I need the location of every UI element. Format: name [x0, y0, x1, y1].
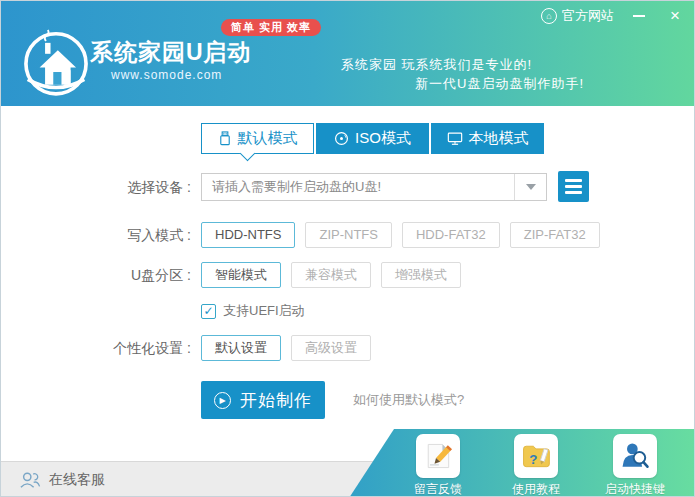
slogan-line1: 系统家园 玩系统我们是专业的!: [341, 56, 532, 74]
app-logo-house-icon: [15, 22, 97, 102]
minimize-icon: [633, 15, 645, 17]
disc-icon: [334, 131, 349, 146]
help-link[interactable]: 如何使用默认模式?: [353, 381, 464, 419]
tab-local-label: 本地模式: [469, 129, 529, 148]
device-select-value: 请插入需要制作启动盘的U盘!: [202, 178, 514, 196]
footer-shortcuts-panel: 留言反馈 ? 使用教程: [331, 429, 695, 497]
tab-iso-label: ISO模式: [355, 129, 411, 148]
start-button-label: 开始制作: [240, 389, 312, 412]
app-url: www.somode.com: [111, 68, 222, 82]
tab-iso-mode[interactable]: ISO模式: [316, 123, 429, 154]
feedback-pencil-icon: [416, 434, 460, 478]
hotkey-search-icon: [613, 434, 657, 478]
slogan-line2: 新一代U盘启动盘制作助手!: [415, 75, 584, 93]
header: 系统家园U启动 www.somode.com 简单 实用 效率 系统家园 玩系统…: [1, 1, 695, 106]
device-select-arrow[interactable]: [514, 174, 546, 200]
app-window: 系统家园U启动 www.somode.com 简单 实用 效率 系统家园 玩系统…: [0, 0, 695, 497]
uefi-checkbox[interactable]: ✓: [201, 304, 216, 319]
partition-enhanced-mode[interactable]: 增强模式: [381, 262, 461, 288]
slogan-badge: 简单 实用 效率: [221, 19, 321, 36]
hotkey-label: 启动快捷键: [605, 481, 665, 497]
minimize-button[interactable]: [628, 7, 650, 25]
tab-local-mode[interactable]: 本地模式: [431, 123, 544, 154]
write-mode-hdd-fat32[interactable]: HDD-FAT32: [402, 222, 500, 248]
app-title: 系统家园U启动: [90, 37, 252, 68]
write-mode-hdd-ntfs[interactable]: HDD-NTFS: [201, 222, 295, 248]
personalize-default[interactable]: 默认设置: [201, 335, 281, 361]
write-mode-zip-ntfs[interactable]: ZIP-NTFS: [305, 222, 392, 248]
device-menu-button[interactable]: [558, 171, 589, 202]
official-site-link[interactable]: ⌂ 官方网站: [541, 7, 614, 25]
usb-icon: [218, 131, 232, 146]
hotkey-shortcut[interactable]: 启动快捷键: [600, 434, 670, 497]
monitor-icon: [447, 131, 463, 146]
official-site-label: 官方网站: [562, 7, 614, 25]
mode-tabs: 默认模式 ISO模式 本地模式: [201, 123, 544, 154]
partition-compat-mode[interactable]: 兼容模式: [291, 262, 371, 288]
tab-default-mode[interactable]: 默认模式: [201, 123, 314, 154]
device-select[interactable]: 请插入需要制作启动盘的U盘!: [201, 173, 547, 201]
svg-text:?: ?: [529, 452, 537, 467]
customer-service-icon: [19, 470, 41, 490]
titlebar-controls: ⌂ 官方网站 ×: [541, 7, 686, 25]
personalize-label: 个性化设置 :: [113, 335, 191, 361]
uefi-checkbox-wrap[interactable]: ✓ 支持UEFI启动: [201, 302, 305, 320]
partition-smart-mode[interactable]: 智能模式: [201, 262, 281, 288]
start-button[interactable]: ▶ 开始制作: [201, 381, 325, 419]
write-mode-zip-fat32[interactable]: ZIP-FAT32: [510, 222, 600, 248]
tutorial-label: 使用教程: [512, 481, 560, 497]
tutorial-shortcut[interactable]: ? 使用教程: [501, 434, 571, 497]
write-mode-label: 写入模式 :: [127, 222, 191, 248]
feedback-label: 留言反馈: [414, 481, 462, 497]
device-label: 选择设备 :: [127, 173, 191, 201]
play-icon: ▶: [214, 392, 231, 409]
online-service-label: 在线客服: [49, 471, 105, 489]
partition-label: U盘分区 :: [131, 262, 191, 288]
uefi-checkbox-label: 支持UEFI启动: [223, 302, 305, 320]
close-button[interactable]: ×: [664, 7, 686, 25]
chevron-down-icon: [526, 184, 536, 190]
online-service-button[interactable]: 在线客服: [19, 470, 105, 490]
hamburger-icon: [565, 179, 582, 182]
personalize-advanced[interactable]: 高级设置: [291, 335, 371, 361]
tutorial-folder-icon: ?: [514, 434, 558, 478]
feedback-shortcut[interactable]: 留言反馈: [403, 434, 473, 497]
official-site-icon: ⌂: [541, 8, 557, 24]
